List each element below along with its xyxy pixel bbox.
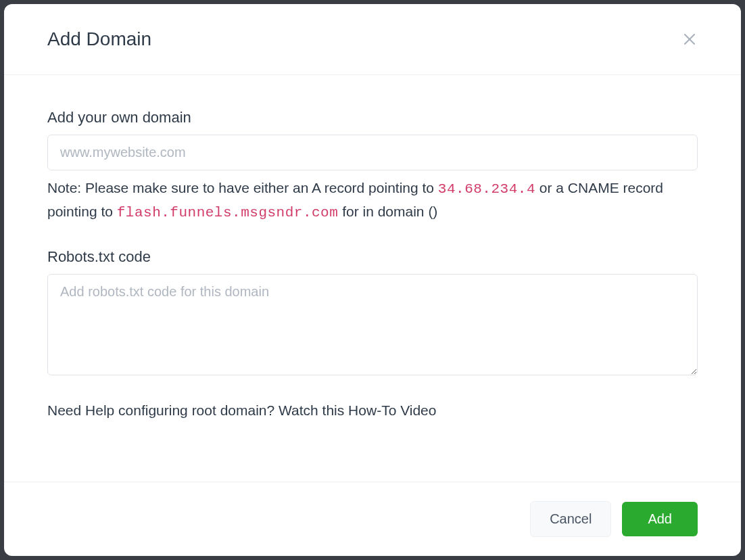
close-icon[interactable] — [681, 31, 698, 47]
cancel-button[interactable]: Cancel — [530, 501, 611, 537]
domain-input[interactable] — [47, 135, 698, 170]
domain-field-group: Add your own domain Note: Please make su… — [47, 109, 698, 224]
modal-body: Add your own domain Note: Please make su… — [4, 75, 741, 482]
note-ip-code: 34.68.234.4 — [438, 181, 535, 197]
robots-label: Robots.txt code — [47, 248, 698, 266]
robots-field-group: Robots.txt code — [47, 248, 698, 378]
domain-label: Add your own domain — [47, 109, 698, 126]
add-button[interactable]: Add — [622, 502, 698, 536]
modal-title: Add Domain — [47, 28, 151, 50]
help-video-link[interactable]: Need Help configuring root domain? Watch… — [47, 402, 698, 419]
add-domain-modal: Add Domain Add your own domain Note: Ple… — [4, 4, 741, 556]
modal-footer: Cancel Add — [4, 482, 741, 556]
domain-note: Note: Please make sure to have either an… — [47, 177, 698, 224]
robots-textarea[interactable] — [47, 274, 698, 375]
note-suffix: for in domain () — [338, 204, 437, 219]
note-cname-code: flash.funnels.msgsndr.com — [117, 205, 339, 220]
note-prefix: Note: Please make sure to have either an… — [47, 180, 438, 195]
modal-header: Add Domain — [4, 4, 741, 75]
